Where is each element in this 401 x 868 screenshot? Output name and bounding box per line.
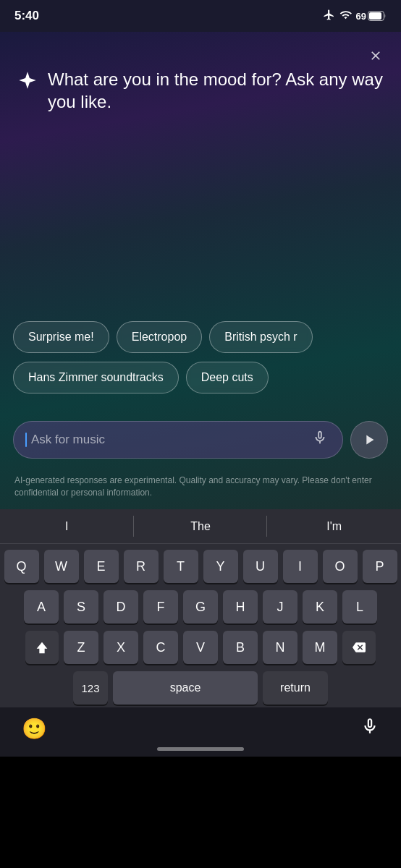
battery-icon: 69 bbox=[356, 11, 387, 22]
chip-deep-cuts[interactable]: Deep cuts bbox=[186, 362, 269, 393]
key-rows: Q W E R T Y U I O P A S D F G H J K L bbox=[0, 544, 401, 707]
chip-surprise[interactable]: Surprise me! bbox=[13, 321, 109, 353]
emoji-button[interactable]: 🙂 bbox=[22, 717, 47, 741]
bottom-mic-button[interactable] bbox=[360, 717, 379, 741]
key-s[interactable]: S bbox=[64, 590, 98, 624]
key-h[interactable]: H bbox=[223, 590, 258, 624]
backspace-key[interactable] bbox=[342, 631, 376, 664]
text-cursor bbox=[25, 433, 27, 447]
key-j[interactable]: J bbox=[263, 590, 297, 624]
return-key[interactable]: return bbox=[263, 671, 328, 705]
shift-key[interactable] bbox=[25, 631, 59, 664]
key-b[interactable]: B bbox=[223, 631, 258, 664]
space-key[interactable]: space bbox=[113, 671, 258, 705]
key-d[interactable]: D bbox=[104, 590, 138, 624]
search-input-text: Ask for music bbox=[25, 433, 309, 447]
search-input-wrapper[interactable]: Ask for music bbox=[13, 421, 343, 459]
autocomplete-i[interactable]: I bbox=[0, 509, 134, 543]
mic-input-button[interactable] bbox=[309, 427, 331, 453]
search-placeholder: Ask for music bbox=[31, 433, 105, 447]
autocomplete-im[interactable]: I'm bbox=[267, 509, 401, 543]
keyboard-area: I The I'm Q W E R T Y U I O P A S D F G … bbox=[0, 509, 401, 707]
key-k[interactable]: K bbox=[303, 590, 337, 624]
bottom-bar: 🙂 bbox=[0, 707, 401, 757]
svg-rect-1 bbox=[369, 12, 381, 20]
key-q[interactable]: Q bbox=[4, 550, 39, 583]
play-button[interactable] bbox=[350, 421, 388, 459]
key-a[interactable]: A bbox=[24, 590, 59, 624]
key-y[interactable]: Y bbox=[203, 550, 238, 583]
key-row-2: A S D F G H J K L bbox=[3, 590, 398, 624]
prompt-area: What are you in the mood for? Ask any wa… bbox=[0, 32, 401, 113]
key-w[interactable]: W bbox=[44, 550, 79, 583]
chip-british-psych[interactable]: British psych r bbox=[209, 321, 312, 353]
disclaimer-text: AI-generated responses are experimental.… bbox=[14, 475, 387, 499]
key-v[interactable]: V bbox=[183, 631, 218, 664]
status-time: 5:40 bbox=[14, 9, 39, 23]
key-r[interactable]: R bbox=[124, 550, 159, 583]
chips-row-2: Hans Zimmer soundtracks Deep cuts bbox=[13, 362, 388, 393]
key-c[interactable]: C bbox=[143, 631, 178, 664]
key-l[interactable]: L bbox=[342, 590, 377, 624]
close-button[interactable] bbox=[365, 45, 387, 67]
status-icons: 69 bbox=[323, 9, 387, 23]
key-o[interactable]: O bbox=[323, 550, 358, 583]
autocomplete-the[interactable]: The bbox=[134, 509, 268, 543]
key-x[interactable]: X bbox=[104, 631, 138, 664]
chip-electropop[interactable]: Electropop bbox=[117, 321, 203, 353]
autocomplete-row: I The I'm bbox=[0, 509, 401, 544]
key-f[interactable]: F bbox=[143, 590, 178, 624]
key-row-4: 123 space return bbox=[3, 671, 398, 705]
key-i[interactable]: I bbox=[283, 550, 318, 583]
search-bar-area: Ask for music bbox=[13, 421, 388, 459]
key-m[interactable]: M bbox=[303, 631, 337, 664]
key-row-1: Q W E R T Y U I O P bbox=[3, 550, 398, 583]
home-indicator bbox=[157, 747, 244, 751]
key-row-3: Z X C V B N M bbox=[3, 631, 398, 664]
wifi-icon bbox=[339, 9, 352, 23]
prompt-text: What are you in the mood for? Ask any wa… bbox=[48, 68, 384, 113]
key-g[interactable]: G bbox=[183, 590, 218, 624]
battery-level: 69 bbox=[356, 11, 366, 22]
key-u[interactable]: U bbox=[243, 550, 278, 583]
key-z[interactable]: Z bbox=[64, 631, 98, 664]
key-p[interactable]: P bbox=[363, 550, 397, 583]
numbers-key[interactable]: 123 bbox=[73, 671, 108, 705]
sparkle-icon bbox=[17, 70, 38, 93]
chips-row-1: Surprise me! Electropop British psych r bbox=[13, 321, 388, 353]
key-t[interactable]: T bbox=[164, 550, 198, 583]
chip-hans-zimmer[interactable]: Hans Zimmer soundtracks bbox=[13, 362, 179, 393]
key-n[interactable]: N bbox=[263, 631, 297, 664]
status-bar: 5:40 69 bbox=[0, 0, 401, 32]
airplane-icon bbox=[323, 9, 335, 23]
main-content: What are you in the mood for? Ask any wa… bbox=[0, 32, 401, 509]
key-e[interactable]: E bbox=[84, 550, 119, 583]
chips-area: Surprise me! Electropop British psych r … bbox=[0, 321, 401, 393]
